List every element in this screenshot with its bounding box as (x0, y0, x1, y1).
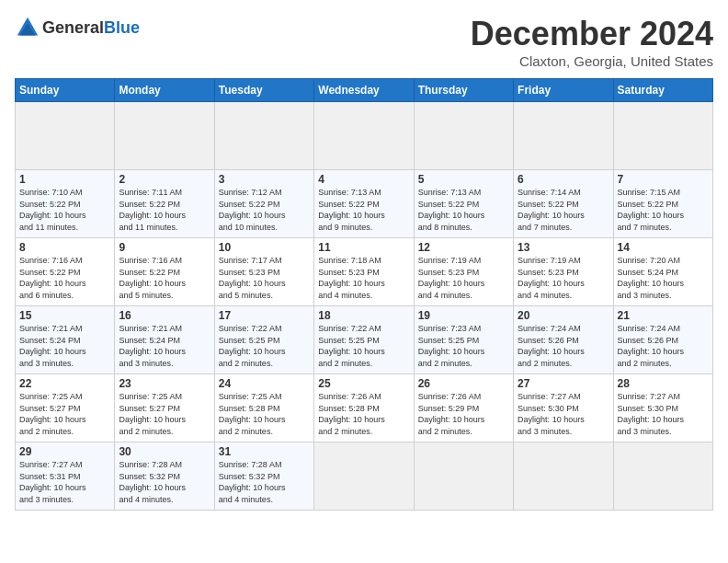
calendar-cell: 29Sunrise: 7:27 AM Sunset: 5:31 PM Dayli… (16, 442, 115, 511)
day-number: 12 (418, 241, 509, 254)
col-sunday: Sunday (16, 79, 115, 102)
day-number: 28 (618, 377, 709, 390)
calendar-cell: 1Sunrise: 7:10 AM Sunset: 5:22 PM Daylig… (16, 170, 115, 238)
day-number: 10 (219, 241, 310, 254)
calendar-cell (414, 442, 513, 511)
cell-info: Sunrise: 7:28 AM Sunset: 5:32 PM Dayligh… (119, 459, 210, 505)
cell-info: Sunrise: 7:12 AM Sunset: 5:22 PM Dayligh… (219, 187, 310, 233)
calendar-cell (16, 102, 115, 170)
calendar-table: Sunday Monday Tuesday Wednesday Thursday… (15, 78, 713, 511)
calendar-cell: 26Sunrise: 7:26 AM Sunset: 5:29 PM Dayli… (414, 374, 513, 442)
cell-info: Sunrise: 7:15 AM Sunset: 5:22 PM Dayligh… (618, 187, 709, 233)
header-area: GeneralBlue December 2024 Claxton, Georg… (15, 15, 713, 69)
cell-info: Sunrise: 7:25 AM Sunset: 5:27 PM Dayligh… (119, 391, 210, 437)
logo-text-general: General (42, 18, 104, 37)
cell-info: Sunrise: 7:26 AM Sunset: 5:29 PM Dayligh… (418, 391, 509, 437)
week-row-1: 1Sunrise: 7:10 AM Sunset: 5:22 PM Daylig… (16, 170, 713, 238)
calendar-cell (115, 102, 214, 170)
calendar-cell: 22Sunrise: 7:25 AM Sunset: 5:27 PM Dayli… (16, 374, 115, 442)
logo-text-blue: Blue (104, 18, 140, 37)
calendar-cell (414, 102, 513, 170)
cell-info: Sunrise: 7:19 AM Sunset: 5:23 PM Dayligh… (418, 255, 509, 301)
cell-info: Sunrise: 7:16 AM Sunset: 5:22 PM Dayligh… (19, 255, 110, 301)
month-title: December 2024 (471, 15, 713, 53)
day-number: 17 (219, 309, 310, 322)
cell-info: Sunrise: 7:21 AM Sunset: 5:24 PM Dayligh… (19, 323, 110, 369)
day-number: 11 (318, 241, 409, 254)
day-number: 31 (219, 445, 310, 458)
calendar-cell: 2Sunrise: 7:11 AM Sunset: 5:22 PM Daylig… (115, 170, 214, 238)
cell-info: Sunrise: 7:27 AM Sunset: 5:31 PM Dayligh… (19, 459, 110, 505)
cell-info: Sunrise: 7:20 AM Sunset: 5:24 PM Dayligh… (618, 255, 709, 301)
day-number: 4 (318, 173, 409, 186)
location-title: Claxton, Georgia, United States (471, 53, 713, 69)
title-area: December 2024 Claxton, Georgia, United S… (471, 15, 713, 69)
calendar-cell (514, 102, 613, 170)
calendar-cell: 7Sunrise: 7:15 AM Sunset: 5:22 PM Daylig… (613, 170, 712, 238)
day-number: 26 (418, 377, 509, 390)
cell-info: Sunrise: 7:10 AM Sunset: 5:22 PM Dayligh… (19, 187, 110, 233)
calendar-cell: 4Sunrise: 7:13 AM Sunset: 5:22 PM Daylig… (314, 170, 414, 238)
cell-info: Sunrise: 7:18 AM Sunset: 5:23 PM Dayligh… (318, 255, 409, 301)
calendar-cell: 18Sunrise: 7:22 AM Sunset: 5:25 PM Dayli… (314, 306, 414, 374)
day-number: 6 (518, 173, 609, 186)
day-number: 3 (219, 173, 310, 186)
day-number: 24 (219, 377, 310, 390)
calendar-container: GeneralBlue December 2024 Claxton, Georg… (0, 0, 728, 518)
day-number: 18 (318, 309, 409, 322)
day-number: 19 (418, 309, 509, 322)
cell-info: Sunrise: 7:27 AM Sunset: 5:30 PM Dayligh… (618, 391, 709, 437)
calendar-cell: 16Sunrise: 7:21 AM Sunset: 5:24 PM Dayli… (115, 306, 214, 374)
cell-info: Sunrise: 7:21 AM Sunset: 5:24 PM Dayligh… (119, 323, 210, 369)
day-number: 8 (19, 241, 110, 254)
cell-info: Sunrise: 7:22 AM Sunset: 5:25 PM Dayligh… (219, 323, 310, 369)
logo-icon (15, 15, 40, 40)
calendar-cell: 25Sunrise: 7:26 AM Sunset: 5:28 PM Dayli… (314, 374, 414, 442)
day-number: 27 (518, 377, 609, 390)
week-row-3: 15Sunrise: 7:21 AM Sunset: 5:24 PM Dayli… (16, 306, 713, 374)
calendar-cell (214, 102, 313, 170)
calendar-cell (514, 442, 613, 511)
calendar-cell: 30Sunrise: 7:28 AM Sunset: 5:32 PM Dayli… (115, 442, 214, 511)
day-number: 5 (418, 173, 509, 186)
col-thursday: Thursday (414, 79, 513, 102)
calendar-cell: 23Sunrise: 7:25 AM Sunset: 5:27 PM Dayli… (115, 374, 214, 442)
cell-info: Sunrise: 7:25 AM Sunset: 5:27 PM Dayligh… (19, 391, 110, 437)
cell-info: Sunrise: 7:28 AM Sunset: 5:32 PM Dayligh… (219, 459, 310, 505)
day-number: 1 (19, 173, 110, 186)
calendar-cell (314, 102, 414, 170)
day-number: 13 (518, 241, 609, 254)
cell-info: Sunrise: 7:19 AM Sunset: 5:23 PM Dayligh… (518, 255, 609, 301)
cell-info: Sunrise: 7:14 AM Sunset: 5:22 PM Dayligh… (518, 187, 609, 233)
day-number: 25 (318, 377, 409, 390)
day-number: 16 (119, 309, 210, 322)
cell-info: Sunrise: 7:13 AM Sunset: 5:22 PM Dayligh… (318, 187, 409, 233)
calendar-cell: 3Sunrise: 7:12 AM Sunset: 5:22 PM Daylig… (214, 170, 313, 238)
calendar-cell: 8Sunrise: 7:16 AM Sunset: 5:22 PM Daylig… (16, 238, 115, 306)
calendar-cell: 31Sunrise: 7:28 AM Sunset: 5:32 PM Dayli… (214, 442, 313, 511)
calendar-cell: 12Sunrise: 7:19 AM Sunset: 5:23 PM Dayli… (414, 238, 513, 306)
day-number: 30 (119, 445, 210, 458)
calendar-cell (314, 442, 414, 511)
week-row-4: 22Sunrise: 7:25 AM Sunset: 5:27 PM Dayli… (16, 374, 713, 442)
day-number: 20 (518, 309, 609, 322)
calendar-cell: 11Sunrise: 7:18 AM Sunset: 5:23 PM Dayli… (314, 238, 414, 306)
calendar-cell: 13Sunrise: 7:19 AM Sunset: 5:23 PM Dayli… (514, 238, 613, 306)
week-row-0 (16, 102, 713, 170)
col-saturday: Saturday (613, 79, 712, 102)
cell-info: Sunrise: 7:23 AM Sunset: 5:25 PM Dayligh… (418, 323, 509, 369)
cell-info: Sunrise: 7:25 AM Sunset: 5:28 PM Dayligh… (219, 391, 310, 437)
day-number: 15 (19, 309, 110, 322)
day-number: 29 (19, 445, 110, 458)
calendar-cell: 20Sunrise: 7:24 AM Sunset: 5:26 PM Dayli… (514, 306, 613, 374)
calendar-cell: 19Sunrise: 7:23 AM Sunset: 5:25 PM Dayli… (414, 306, 513, 374)
col-wednesday: Wednesday (314, 79, 414, 102)
week-row-2: 8Sunrise: 7:16 AM Sunset: 5:22 PM Daylig… (16, 238, 713, 306)
day-number: 7 (618, 173, 709, 186)
calendar-cell: 17Sunrise: 7:22 AM Sunset: 5:25 PM Dayli… (214, 306, 313, 374)
cell-info: Sunrise: 7:27 AM Sunset: 5:30 PM Dayligh… (518, 391, 609, 437)
calendar-cell: 10Sunrise: 7:17 AM Sunset: 5:23 PM Dayli… (214, 238, 313, 306)
cell-info: Sunrise: 7:24 AM Sunset: 5:26 PM Dayligh… (518, 323, 609, 369)
cell-info: Sunrise: 7:16 AM Sunset: 5:22 PM Dayligh… (119, 255, 210, 301)
calendar-cell: 15Sunrise: 7:21 AM Sunset: 5:24 PM Dayli… (16, 306, 115, 374)
